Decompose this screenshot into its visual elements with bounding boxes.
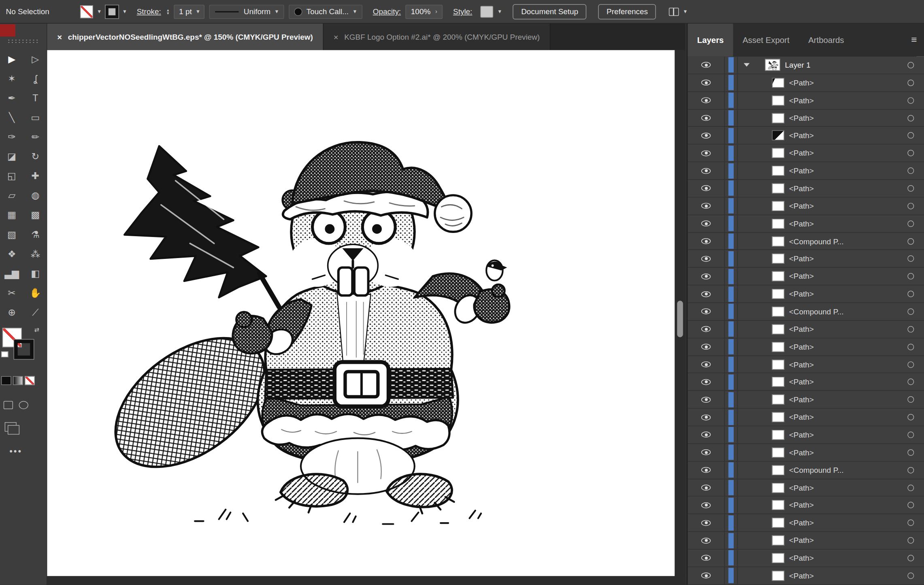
chevron-right-icon[interactable]: ›: [435, 9, 437, 15]
layer-thumbnail[interactable]: [772, 483, 785, 493]
layer-row-label[interactable]: <Path>: [789, 290, 814, 299]
document-tab-1[interactable]: ×chipperVectorNOSeedlingWtBG.eps* @ 150%…: [47, 23, 324, 50]
layer-thumbnail[interactable]: [772, 395, 785, 405]
layer-row[interactable]: <Path>: [688, 215, 924, 233]
target-cell[interactable]: [897, 321, 924, 338]
layer-row-label[interactable]: <Path>: [789, 448, 814, 457]
layer-row[interactable]: <Path>: [688, 444, 924, 461]
visibility-toggle[interactable]: [688, 92, 725, 109]
visibility-toggle[interactable]: [688, 567, 725, 584]
visibility-toggle[interactable]: [688, 374, 725, 391]
column-graph-tool[interactable]: ▃▆: [3, 265, 21, 281]
knife-tool[interactable]: ⟋: [26, 304, 44, 320]
layer-row[interactable]: <Path>: [688, 356, 924, 373]
visibility-toggle[interactable]: [688, 74, 725, 91]
layer-row[interactable]: <Path>: [688, 250, 924, 268]
target-cell[interactable]: [897, 127, 924, 144]
visibility-toggle[interactable]: [688, 550, 725, 567]
line-segment-tool[interactable]: ╲: [3, 110, 21, 126]
paintbrush-tool[interactable]: ✑: [3, 129, 21, 145]
target-cell[interactable]: [897, 180, 924, 197]
shape-builder-tool[interactable]: ◍: [26, 188, 44, 203]
visibility-toggle[interactable]: [688, 444, 725, 461]
close-tab-icon[interactable]: ×: [334, 32, 339, 41]
layer-row-label[interactable]: <Path>: [789, 272, 814, 281]
target-cell[interactable]: [897, 303, 924, 320]
gradient-tool[interactable]: ▧: [3, 226, 21, 242]
layer-thumbnail[interactable]: [772, 377, 785, 387]
layer-thumbnail[interactable]: [772, 447, 785, 457]
panel-tab-artboards[interactable]: Artboards: [799, 23, 854, 57]
layer-row-label[interactable]: <Path>: [789, 201, 814, 210]
layer-row[interactable]: <Path>: [688, 409, 924, 426]
brush-definition-dropdown[interactable]: Touch Call... ▾: [289, 4, 362, 19]
layer-row-label[interactable]: <Path>: [789, 430, 814, 439]
arrange-documents-icon[interactable]: [669, 7, 679, 15]
draw-inside-icon[interactable]: [19, 401, 28, 409]
layer-row[interactable]: <Path>: [688, 374, 924, 391]
layer-thumbnail[interactable]: [772, 412, 785, 422]
layer-row-label[interactable]: <Path>: [789, 342, 814, 351]
panel-menu-icon[interactable]: ≡: [911, 34, 917, 46]
rotate-tool[interactable]: ↻: [26, 149, 44, 164]
layer-row-label[interactable]: <Path>: [789, 571, 814, 580]
slice-tool[interactable]: ✂: [3, 285, 21, 301]
layer-row-label[interactable]: <Path>: [789, 325, 814, 334]
layer-row-label[interactable]: <Path>: [789, 519, 814, 527]
stroke-panel-link[interactable]: Stroke:: [137, 7, 161, 16]
visibility-toggle[interactable]: [688, 268, 725, 285]
layer-thumbnail[interactable]: [772, 166, 785, 176]
layer-thumbnail[interactable]: [772, 148, 785, 158]
target-cell[interactable]: [897, 515, 924, 532]
direct-selection-tool[interactable]: ▷: [26, 51, 44, 67]
layer-row[interactable]: <Path>: [688, 497, 924, 514]
close-tab-icon[interactable]: ×: [57, 32, 62, 41]
layer-thumbnail[interactable]: [772, 359, 785, 369]
layer-row-label[interactable]: <Path>: [789, 113, 814, 122]
layer-thumbnail[interactable]: [765, 59, 780, 71]
layer-thumbnail[interactable]: [772, 130, 785, 141]
style-panel-link[interactable]: Style:: [453, 7, 472, 16]
layer-thumbnail[interactable]: [772, 271, 785, 282]
opacity-panel-link[interactable]: Opacity:: [373, 7, 401, 16]
layer-row[interactable]: <Path>: [688, 92, 924, 109]
chevron-down-icon[interactable]: ▾: [98, 9, 101, 15]
visibility-toggle[interactable]: [688, 215, 725, 232]
layer-thumbnail[interactable]: [772, 324, 785, 334]
visibility-toggle[interactable]: [688, 286, 725, 303]
layer-thumbnail[interactable]: [772, 465, 785, 475]
visibility-toggle[interactable]: [688, 145, 725, 162]
layer-row-label[interactable]: <Path>: [789, 184, 814, 193]
layer-group-row[interactable]: Layer 1: [688, 57, 924, 74]
chevron-down-icon[interactable]: ▾: [498, 9, 501, 15]
target-cell[interactable]: [897, 250, 924, 267]
visibility-toggle[interactable]: [688, 532, 725, 549]
default-fill-stroke-icon[interactable]: [1, 351, 8, 357]
target-cell[interactable]: [897, 567, 924, 584]
layer-thumbnail[interactable]: [772, 571, 785, 581]
eyedropper-tool[interactable]: ⚗: [26, 226, 44, 242]
stroke-color-swatch[interactable]: [106, 5, 119, 18]
magic-wand-tool[interactable]: ✶: [3, 71, 21, 87]
layer-row-label[interactable]: <Path>: [789, 131, 814, 140]
layer-row-label[interactable]: <Path>: [789, 167, 814, 175]
layer-thumbnail[interactable]: [772, 342, 785, 352]
visibility-toggle[interactable]: [688, 497, 725, 514]
layer-row[interactable]: <Path>: [688, 197, 924, 215]
layer-thumbnail[interactable]: [772, 536, 785, 546]
visibility-toggle[interactable]: [688, 162, 725, 179]
visibility-toggle[interactable]: [688, 356, 725, 373]
lasso-tool[interactable]: ʆ: [26, 71, 44, 87]
layer-row-label[interactable]: <Path>: [789, 554, 814, 563]
style-swatch[interactable]: [481, 6, 494, 17]
width-tool[interactable]: ✚: [26, 168, 44, 184]
draw-normal-icon[interactable]: [4, 401, 13, 409]
rectangle-tool[interactable]: ▭: [26, 110, 44, 126]
artboard-tool[interactable]: ◧: [26, 265, 44, 281]
gradient-button[interactable]: [13, 376, 23, 385]
target-cell[interactable]: [897, 532, 924, 549]
target-cell[interactable]: [897, 109, 924, 126]
layer-thumbnail[interactable]: [772, 113, 785, 123]
edit-toolbar-icon[interactable]: •••: [9, 446, 22, 456]
layer-row-label[interactable]: <Compound P...: [789, 237, 844, 246]
